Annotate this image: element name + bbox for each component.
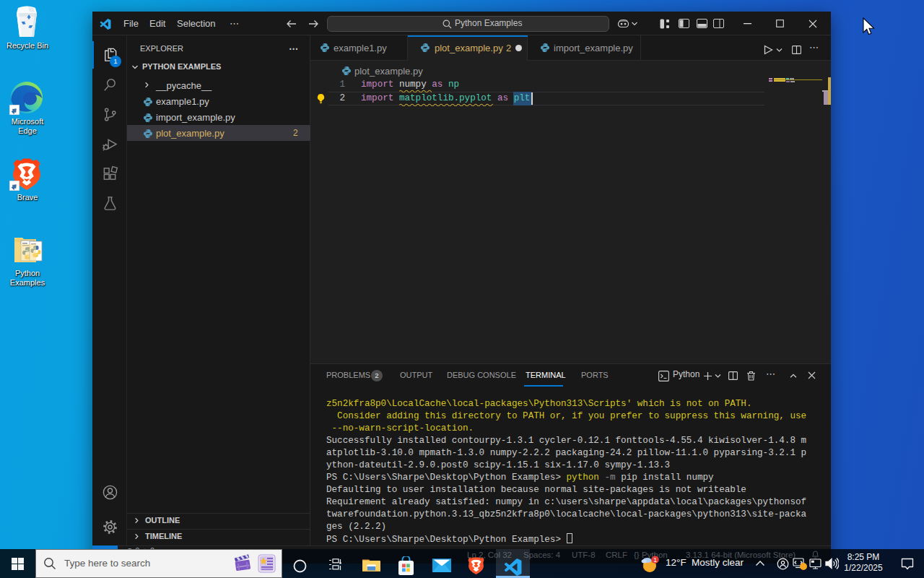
svg-text:1: 1 <box>653 556 657 564</box>
